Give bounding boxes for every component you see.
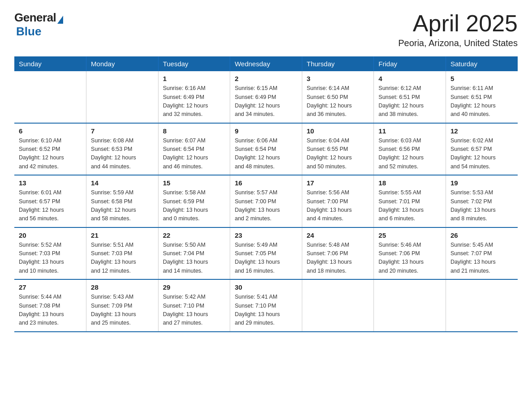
calendar-cell: 7Sunrise: 6:08 AM Sunset: 6:53 PM Daylig…	[86, 123, 159, 176]
calendar-cell	[14, 71, 86, 123]
calendar-week-row: 27Sunrise: 5:44 AM Sunset: 7:08 PM Dayli…	[14, 279, 518, 332]
day-info: Sunrise: 5:56 AM Sunset: 7:00 PM Dayligh…	[307, 188, 369, 223]
day-number: 15	[163, 179, 226, 187]
header-wednesday: Wednesday	[230, 56, 302, 71]
calendar-cell: 17Sunrise: 5:56 AM Sunset: 7:00 PM Dayli…	[302, 175, 374, 227]
calendar-cell: 30Sunrise: 5:41 AM Sunset: 7:10 PM Dayli…	[230, 279, 302, 332]
calendar-cell: 14Sunrise: 5:59 AM Sunset: 6:58 PM Dayli…	[86, 175, 159, 227]
day-number: 6	[19, 127, 82, 135]
calendar-cell: 16Sunrise: 5:57 AM Sunset: 7:00 PM Dayli…	[230, 175, 302, 227]
day-number: 29	[163, 283, 226, 291]
calendar-cell: 4Sunrise: 6:12 AM Sunset: 6:51 PM Daylig…	[374, 71, 446, 123]
day-number: 10	[307, 127, 369, 135]
calendar-week-row: 20Sunrise: 5:52 AM Sunset: 7:03 PM Dayli…	[14, 227, 518, 280]
day-number: 8	[163, 127, 226, 135]
day-number: 24	[307, 231, 369, 239]
day-info: Sunrise: 5:51 AM Sunset: 7:03 PM Dayligh…	[91, 241, 154, 276]
calendar-cell	[446, 279, 518, 332]
calendar-week-row: 1Sunrise: 6:16 AM Sunset: 6:49 PM Daylig…	[14, 71, 518, 123]
calendar-cell: 12Sunrise: 6:02 AM Sunset: 6:57 PM Dayli…	[446, 123, 518, 176]
day-number: 4	[378, 75, 441, 82]
calendar-week-row: 13Sunrise: 6:01 AM Sunset: 6:57 PM Dayli…	[14, 175, 518, 227]
calendar-cell: 18Sunrise: 5:55 AM Sunset: 7:01 PM Dayli…	[374, 175, 446, 227]
day-info: Sunrise: 6:06 AM Sunset: 6:54 PM Dayligh…	[235, 137, 297, 171]
calendar-cell: 29Sunrise: 5:42 AM Sunset: 7:10 PM Dayli…	[158, 279, 230, 332]
day-number: 5	[450, 75, 513, 82]
calendar-cell: 21Sunrise: 5:51 AM Sunset: 7:03 PM Dayli…	[86, 227, 159, 280]
logo-blue-text: Blue	[16, 25, 41, 39]
logo: General Blue	[14, 11, 63, 39]
day-info: Sunrise: 5:44 AM Sunset: 7:08 PM Dayligh…	[19, 293, 82, 328]
logo-triangle-icon	[57, 16, 63, 24]
calendar-cell: 25Sunrise: 5:46 AM Sunset: 7:06 PM Dayli…	[374, 227, 446, 280]
day-info: Sunrise: 6:08 AM Sunset: 6:53 PM Dayligh…	[91, 137, 154, 171]
day-number: 21	[91, 231, 154, 239]
day-number: 20	[19, 231, 82, 239]
day-info: Sunrise: 5:58 AM Sunset: 6:59 PM Dayligh…	[163, 188, 226, 223]
day-info: Sunrise: 5:55 AM Sunset: 7:01 PM Dayligh…	[378, 188, 441, 223]
day-number: 7	[91, 127, 154, 135]
month-title: April 2025	[398, 11, 518, 36]
header-friday: Friday	[374, 56, 446, 71]
title-area: April 2025 Peoria, Arizona, United State…	[398, 11, 518, 48]
calendar-cell	[86, 71, 159, 123]
day-info: Sunrise: 5:45 AM Sunset: 7:07 PM Dayligh…	[450, 241, 513, 276]
calendar-cell: 15Sunrise: 5:58 AM Sunset: 6:59 PM Dayli…	[158, 175, 230, 227]
day-info: Sunrise: 5:59 AM Sunset: 6:58 PM Dayligh…	[91, 188, 154, 223]
calendar-cell: 19Sunrise: 5:53 AM Sunset: 7:02 PM Dayli…	[446, 175, 518, 227]
calendar-cell: 24Sunrise: 5:48 AM Sunset: 7:06 PM Dayli…	[302, 227, 374, 280]
calendar-cell: 13Sunrise: 6:01 AM Sunset: 6:57 PM Dayli…	[14, 175, 86, 227]
logo-general-text: General	[14, 11, 56, 25]
calendar-cell: 28Sunrise: 5:43 AM Sunset: 7:09 PM Dayli…	[86, 279, 159, 332]
calendar-cell: 5Sunrise: 6:11 AM Sunset: 6:51 PM Daylig…	[446, 71, 518, 123]
calendar-cell: 22Sunrise: 5:50 AM Sunset: 7:04 PM Dayli…	[158, 227, 230, 280]
day-number: 23	[235, 231, 297, 239]
day-number: 14	[91, 179, 154, 187]
day-info: Sunrise: 6:12 AM Sunset: 6:51 PM Dayligh…	[378, 84, 441, 119]
day-number: 1	[163, 75, 226, 82]
day-number: 9	[235, 127, 297, 135]
day-number: 28	[91, 283, 154, 291]
calendar-header-row: SundayMondayTuesdayWednesdayThursdayFrid…	[14, 56, 518, 71]
calendar-cell	[302, 279, 374, 332]
day-info: Sunrise: 6:01 AM Sunset: 6:57 PM Dayligh…	[19, 188, 82, 223]
day-number: 3	[307, 75, 369, 82]
day-number: 17	[307, 179, 369, 187]
calendar-cell: 2Sunrise: 6:15 AM Sunset: 6:49 PM Daylig…	[230, 71, 302, 123]
calendar-cell: 8Sunrise: 6:07 AM Sunset: 6:54 PM Daylig…	[158, 123, 230, 176]
calendar-cell: 20Sunrise: 5:52 AM Sunset: 7:03 PM Dayli…	[14, 227, 86, 280]
day-number: 2	[235, 75, 297, 82]
day-number: 12	[450, 127, 513, 135]
calendar-cell: 26Sunrise: 5:45 AM Sunset: 7:07 PM Dayli…	[446, 227, 518, 280]
page-header: General Blue April 2025 Peoria, Arizona,…	[14, 11, 518, 48]
calendar-cell: 1Sunrise: 6:16 AM Sunset: 6:49 PM Daylig…	[158, 71, 230, 123]
day-info: Sunrise: 5:50 AM Sunset: 7:04 PM Dayligh…	[163, 241, 226, 276]
day-number: 19	[450, 179, 513, 187]
calendar-cell: 6Sunrise: 6:10 AM Sunset: 6:52 PM Daylig…	[14, 123, 86, 176]
header-saturday: Saturday	[446, 56, 518, 71]
day-info: Sunrise: 6:02 AM Sunset: 6:57 PM Dayligh…	[450, 137, 513, 171]
day-info: Sunrise: 5:46 AM Sunset: 7:06 PM Dayligh…	[378, 241, 441, 276]
day-number: 11	[378, 127, 441, 135]
calendar-cell: 27Sunrise: 5:44 AM Sunset: 7:08 PM Dayli…	[14, 279, 86, 332]
calendar-table: SundayMondayTuesdayWednesdayThursdayFrid…	[14, 56, 518, 332]
day-info: Sunrise: 5:49 AM Sunset: 7:05 PM Dayligh…	[235, 241, 297, 276]
day-info: Sunrise: 5:41 AM Sunset: 7:10 PM Dayligh…	[235, 293, 297, 328]
day-number: 16	[235, 179, 297, 187]
calendar-cell: 9Sunrise: 6:06 AM Sunset: 6:54 PM Daylig…	[230, 123, 302, 176]
calendar-cell: 11Sunrise: 6:03 AM Sunset: 6:56 PM Dayli…	[374, 123, 446, 176]
day-info: Sunrise: 5:52 AM Sunset: 7:03 PM Dayligh…	[19, 241, 82, 276]
day-info: Sunrise: 6:03 AM Sunset: 6:56 PM Dayligh…	[378, 137, 441, 171]
location-label: Peoria, Arizona, United States	[398, 38, 518, 48]
day-info: Sunrise: 6:07 AM Sunset: 6:54 PM Dayligh…	[163, 137, 226, 171]
day-info: Sunrise: 6:15 AM Sunset: 6:49 PM Dayligh…	[235, 84, 297, 119]
day-number: 26	[450, 231, 513, 239]
header-monday: Monday	[86, 56, 159, 71]
day-info: Sunrise: 5:48 AM Sunset: 7:06 PM Dayligh…	[307, 241, 369, 276]
day-info: Sunrise: 6:10 AM Sunset: 6:52 PM Dayligh…	[19, 137, 82, 171]
calendar-cell: 3Sunrise: 6:14 AM Sunset: 6:50 PM Daylig…	[302, 71, 374, 123]
day-number: 18	[378, 179, 441, 187]
day-info: Sunrise: 6:16 AM Sunset: 6:49 PM Dayligh…	[163, 84, 226, 119]
calendar-week-row: 6Sunrise: 6:10 AM Sunset: 6:52 PM Daylig…	[14, 123, 518, 176]
header-sunday: Sunday	[14, 56, 86, 71]
